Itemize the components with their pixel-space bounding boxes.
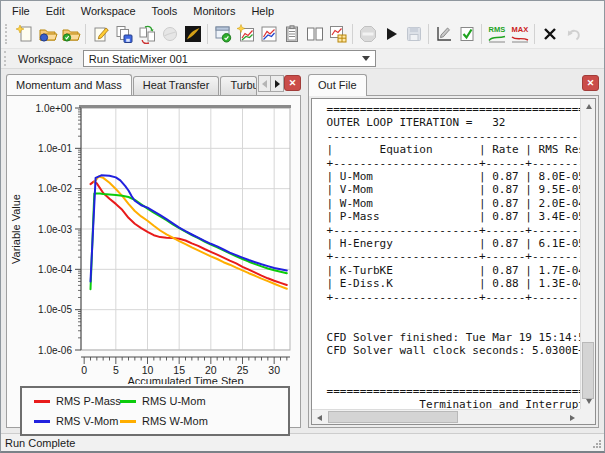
horizontal-scrollbar[interactable] [312,409,580,424]
legend-item: RMS P-Mass [34,391,120,411]
stop-button[interactable] [356,23,379,46]
edit-run-button[interactable] [89,23,112,46]
ansys-button[interactable] [181,23,204,46]
restart-run-button[interactable] [135,23,158,46]
close-monitor-panel-button[interactable]: ✕ [284,75,301,91]
chart-settings-button[interactable] [326,23,349,46]
open-run-check-button[interactable] [59,23,82,46]
horizontal-scroll-thumb[interactable] [328,411,458,423]
tab-scroll-left-button[interactable] [258,75,271,92]
svg-text:1.0e-06: 1.0e-06 [38,345,72,356]
save-button[interactable] [402,23,425,46]
open-run-button[interactable] [36,23,59,46]
new-monitor-icon [236,24,256,44]
svg-text:5: 5 [113,364,119,376]
new-run-button[interactable] [13,23,36,46]
report-icon [282,24,302,44]
svg-text:1.0e-04: 1.0e-04 [38,264,72,275]
scroll-down-button[interactable] [581,394,596,409]
menu-item-help[interactable]: Help [243,3,282,19]
monitor-chart-button[interactable] [257,23,280,46]
scroll-right-button[interactable] [565,410,580,425]
outfile-textarea[interactable]: ========================================… [311,98,596,425]
restart-run-icon [137,24,157,44]
delete-button[interactable] [538,23,561,46]
legend-swatch [34,400,50,403]
open-run-icon [38,24,58,44]
chart-area: 1.0e+001.0e-011.0e-021.0e-031.0e-041.0e-… [6,95,301,428]
layout-icon [305,24,325,44]
svg-text:Accumulated Time Step: Accumulated Time Step [127,375,243,384]
scrollbar-corner [580,409,595,424]
chart-legend: RMS P-MassRMS U-MomRMS V-MomRMS W-Mom [20,386,290,436]
tab-scroll-right-button[interactable] [271,75,284,92]
menu-item-workspace[interactable]: Workspace [73,3,144,19]
toolbar-grip[interactable] [4,51,8,66]
toolbar: RMSMAX [1,20,604,48]
outfile-text: ========================================… [312,99,580,409]
rms-button[interactable]: RMS [485,23,508,46]
down-arrow-icon [586,399,592,404]
right-arrow-icon [570,415,575,421]
new-monitor-button[interactable] [234,23,257,46]
monitor-panel: Momentum and MassHeat TransferTurbulence… [6,73,301,428]
svg-text:1.0e-02: 1.0e-02 [38,183,72,194]
scroll-left-button[interactable] [312,410,327,425]
status-text: Run Complete [5,437,75,449]
tab-turbulence[interactable]: Turbulence [220,76,257,95]
menu-bar: FileEditWorkspaceToolsMonitorsHelp [1,1,604,20]
tab-heat-transfer[interactable]: Heat Transfer [133,76,220,95]
menu-item-file[interactable]: File [4,3,38,19]
scroll-up-button[interactable] [581,99,596,114]
svg-text:1.0e-03: 1.0e-03 [38,224,72,235]
legend-swatch [34,420,50,423]
up-arrow-icon [586,104,592,109]
start-icon [381,24,401,44]
report-button[interactable] [280,23,303,46]
outfile-area: ========================================… [308,95,599,428]
edit-plot-icon [434,24,454,44]
max-button[interactable]: MAX [508,23,531,46]
workspace-label: Workspace [14,53,83,65]
vertical-scroll-thumb[interactable] [582,342,594,399]
toolbar-separator [428,24,429,44]
svg-text:1.0e-01: 1.0e-01 [38,143,72,154]
edit-plot-button[interactable] [432,23,455,46]
legend-swatch [120,400,136,403]
layout-button[interactable] [303,23,326,46]
toolbar-separator [481,24,482,44]
legend-label: RMS V-Mom [56,415,118,427]
main-area: Momentum and MassHeat TransferTurbulence… [1,69,604,433]
remote-button[interactable] [158,23,181,46]
close-outfile-panel-button[interactable]: ✕ [582,75,599,91]
accept-plot-button[interactable] [455,23,478,46]
outfile-tab-bar: Out File ✕ [308,73,599,95]
menu-item-edit[interactable]: Edit [38,3,73,19]
menu-item-monitors[interactable]: Monitors [185,3,243,19]
workspace-combobox[interactable]: Run StaticMixer 001 [83,50,376,67]
accept-plot-icon [457,24,477,44]
toolbar-separator [352,24,353,44]
tab-out-file[interactable]: Out File [308,74,367,96]
vertical-scrollbar[interactable] [580,99,595,409]
toolbar-grip[interactable] [5,24,9,44]
new-run-icon [15,24,35,44]
copy-run-button[interactable] [112,23,135,46]
copy-run-icon [114,24,134,44]
right-arrow-icon [275,80,280,88]
max-icon: MAX [510,24,530,44]
tab-momentum-and-mass[interactable]: Momentum and Mass [6,74,132,95]
workspace-check-button[interactable] [211,23,234,46]
monitor-chart-icon [259,24,279,44]
menu-item-tools[interactable]: Tools [144,3,186,19]
undo-button[interactable] [561,23,584,46]
rms-icon: RMS [487,24,507,44]
save-icon [404,24,424,44]
tab-scroll-buttons [258,75,284,92]
edit-run-icon [91,24,111,44]
resize-grip[interactable] [591,438,602,449]
toolbar-separator [534,24,535,44]
residual-chart: 1.0e+001.0e-011.0e-021.0e-031.0e-041.0e-… [7,98,299,384]
start-button[interactable] [379,23,402,46]
left-arrow-icon [317,415,322,421]
